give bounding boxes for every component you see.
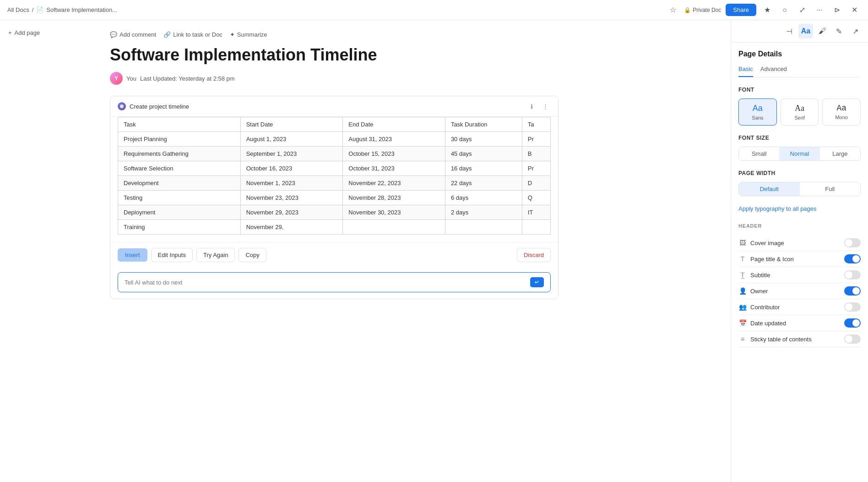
expand-icon[interactable]: ⤢ — [796, 4, 808, 16]
content-sidebar: + Add page 💬 Add comment 🔗 Li — [0, 20, 868, 482]
font-serif-preview: Aa — [785, 104, 815, 113]
font-size-options: Small Normal Large — [738, 147, 861, 161]
share-button[interactable]: Share — [726, 4, 756, 16]
tab-advanced[interactable]: Advanced — [760, 66, 787, 77]
font-mono[interactable]: Aa Mono — [822, 99, 861, 126]
header-item-contributor: 👥 Contributor — [738, 299, 861, 315]
page-title-icon: T — [738, 255, 747, 263]
bookmark-icon[interactable]: ☆ — [667, 4, 679, 16]
share-panel-icon[interactable]: ↗ — [848, 24, 863, 38]
font-sans[interactable]: Aa Sans — [738, 99, 777, 126]
col-start-date: Start Date — [240, 117, 343, 132]
doc-content: 💬 Add comment 🔗 Link to task or Doc ✦ Su… — [82, 20, 586, 482]
close-icon[interactable]: ✕ — [848, 4, 861, 16]
doc-toolbar: 💬 Add comment 🔗 Link to task or Doc ✦ Su… — [110, 31, 559, 38]
collapse-icon[interactable]: ⊳ — [830, 4, 843, 16]
header-item-date-updated: 📅 Date updated — [738, 315, 861, 331]
font-serif[interactable]: Aa Serif — [781, 99, 819, 126]
page-title-toggle[interactable] — [844, 254, 861, 263]
ai-submit-button[interactable]: ↵ — [530, 277, 544, 287]
link-to-task-button[interactable]: 🔗 Link to task or Doc — [163, 31, 222, 38]
header-item-owner: 👤 Owner — [738, 283, 861, 299]
more-options-icon[interactable]: ··· — [813, 4, 826, 16]
subtitle-label: Subtitle — [750, 272, 770, 279]
ai-block-header: Create project timeline ℹ ⋮ — [110, 96, 558, 117]
font-mono-label: Mono — [826, 115, 857, 120]
topbar-actions: ☆ 🔒 Private Doc Share ★ ○ ⤢ ··· ⊳ ✕ — [667, 4, 861, 16]
width-full[interactable]: Full — [800, 182, 861, 196]
table-row: TestingNovember 23, 2023November 28, 202… — [118, 191, 551, 205]
col-task-duration: Task Duration — [445, 117, 522, 132]
ai-block-title: Create project timeline — [118, 102, 189, 110]
size-large[interactable]: Large — [820, 147, 860, 160]
all-docs-link[interactable]: All Docs — [7, 6, 29, 13]
link-icon: 🔗 — [163, 31, 171, 38]
doc-title[interactable]: Software Implementation Timeline — [110, 45, 559, 65]
date-updated-label: Date updated — [750, 320, 786, 327]
doc-breadcrumb-title[interactable]: Software Implementation... — [46, 6, 117, 13]
width-default[interactable]: Default — [739, 182, 800, 196]
table-header-row: Task Start Date End Date Task Duration T… — [118, 117, 551, 132]
date-updated-toggle[interactable] — [844, 318, 861, 328]
last-updated: Last Updated: Yesterday at 2:58 pm — [140, 75, 235, 82]
info-icon[interactable]: ℹ — [526, 101, 537, 112]
author-name: You — [126, 75, 136, 82]
toc-toggle[interactable] — [844, 334, 861, 344]
summarize-button[interactable]: ✦ Summarize — [230, 31, 267, 38]
apply-typography-link[interactable]: Apply typography to all pages — [738, 205, 861, 212]
add-page-button[interactable]: + Add page — [5, 27, 77, 38]
content-area: + Add page 💬 Add comment 🔗 Li — [0, 20, 731, 482]
tab-basic[interactable]: Basic — [738, 66, 753, 77]
paint-icon[interactable]: 🖌 — [815, 24, 830, 38]
cover-image-toggle[interactable] — [844, 238, 861, 247]
star-icon[interactable]: ★ — [761, 4, 774, 16]
add-icon: + — [8, 29, 12, 36]
col-extra: Ta — [522, 117, 550, 132]
contributor-toggle[interactable] — [844, 302, 861, 312]
page-width-label: Page Width — [738, 170, 861, 176]
page-width-options: Default Full — [738, 182, 861, 196]
cover-image-icon: 🖼 — [738, 239, 747, 247]
subtitle-toggle[interactable] — [844, 270, 861, 279]
size-normal[interactable]: Normal — [779, 147, 819, 160]
insert-button[interactable]: Insert — [118, 248, 147, 262]
more-icon[interactable]: ⋮ — [540, 101, 551, 112]
right-panel-icons: ⊣ Aa 🖌 ✎ ↗ — [782, 24, 863, 38]
ai-block: Create project timeline ℹ ⋮ — [110, 96, 559, 299]
search-icon[interactable]: ○ — [778, 4, 791, 16]
add-comment-button[interactable]: 💬 Add comment — [110, 31, 156, 38]
contributor-label: Contributor — [750, 304, 780, 311]
comment-icon: 💬 — [110, 31, 117, 38]
owner-icon: 👤 — [738, 287, 747, 295]
ai-input[interactable] — [125, 279, 530, 286]
ai-icon — [118, 102, 126, 110]
size-small[interactable]: Small — [739, 147, 779, 160]
lock-icon: 🔒 — [684, 7, 691, 13]
sidebar-collapse-icon[interactable]: ⊣ — [782, 24, 797, 38]
discard-button[interactable]: Discard — [517, 248, 551, 262]
edit-inputs-button[interactable]: Edit Inputs — [151, 248, 193, 262]
edit-icon[interactable]: ✎ — [831, 24, 846, 38]
owner-toggle[interactable] — [844, 286, 861, 296]
font-serif-label: Serif — [785, 115, 815, 120]
toc-icon: ≡ — [738, 335, 747, 343]
table-row: Software SelectionOctober 16, 2023Octobe… — [118, 161, 551, 176]
try-again-button[interactable]: Try Again — [196, 248, 235, 262]
avatar: Y — [110, 72, 123, 85]
ai-input-container[interactable]: ↵ — [118, 272, 551, 292]
doc-icon: 📄 — [36, 6, 43, 13]
header-item-page-title: T Page title & Icon — [738, 251, 861, 267]
text-format-icon[interactable]: Aa — [798, 24, 813, 38]
header-section-label: HEADER — [738, 223, 861, 229]
table-row: Requirements GatheringSeptember 1, 2023O… — [118, 147, 551, 161]
font-sans-preview: Aa — [743, 104, 773, 113]
table-row: Project PlanningAugust 1, 2023August 31,… — [118, 132, 551, 147]
copy-button[interactable]: Copy — [239, 248, 266, 262]
private-doc-indicator: 🔒 Private Doc — [684, 7, 721, 13]
col-task: Task — [118, 117, 241, 132]
ai-block-actions: ℹ ⋮ — [526, 101, 551, 112]
table-row: DevelopmentNovember 1, 2023November 22, … — [118, 176, 551, 191]
ai-prompt-text: Create project timeline — [130, 103, 189, 110]
col-end-date: End Date — [343, 117, 445, 132]
breadcrumb: All Docs / 📄 Software Implementation... — [7, 6, 667, 13]
